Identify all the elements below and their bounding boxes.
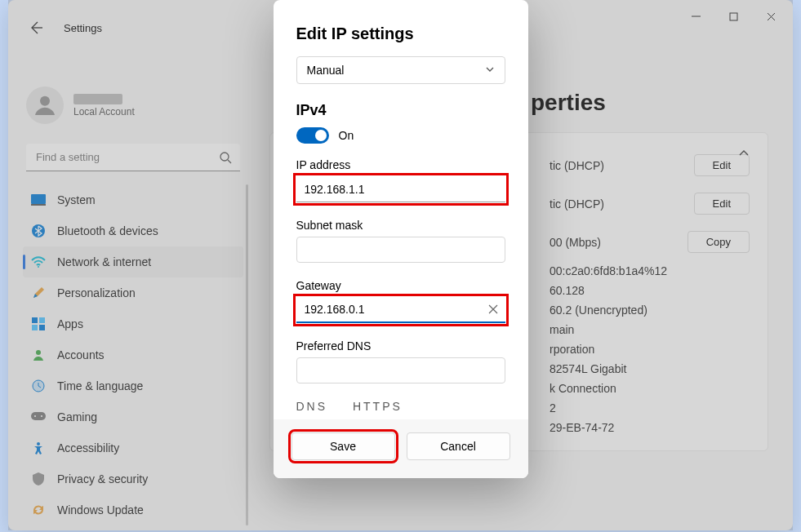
modal-overlay: Edit IP settings Manual IPv4 On IP addre… <box>8 0 793 530</box>
cancel-button[interactable]: Cancel <box>407 432 510 460</box>
subnet-label: Subnet mask <box>296 219 505 232</box>
gateway-label: Gateway <box>296 279 505 292</box>
preferred-dns-input[interactable] <box>296 357 505 383</box>
save-button[interactable]: Save <box>291 432 395 460</box>
ip-address-input[interactable] <box>296 176 505 202</box>
ipv4-heading: IPv4 <box>296 102 505 119</box>
gateway-input[interactable] <box>296 297 505 323</box>
dialog-title: Edit IP settings <box>296 24 505 43</box>
edit-ip-dialog: Edit IP settings Manual IPv4 On IP addre… <box>274 0 528 478</box>
ip-mode-select[interactable]: Manual <box>296 56 505 84</box>
chevron-down-icon <box>485 64 495 77</box>
dns-https-cutoff: DNS HTTPS <box>296 400 505 413</box>
select-value: Manual <box>307 64 345 77</box>
settings-window: Settings Local Account System <box>8 0 793 530</box>
gateway-highlight <box>296 297 505 323</box>
ipv4-toggle[interactable] <box>296 127 329 144</box>
clear-icon[interactable] <box>487 304 499 315</box>
subnet-input[interactable] <box>296 237 505 263</box>
toggle-label: On <box>339 129 354 142</box>
ip-address-highlight <box>296 176 505 202</box>
ip-address-label: IP address <box>296 158 505 171</box>
preferred-dns-label: Preferred DNS <box>296 339 505 352</box>
